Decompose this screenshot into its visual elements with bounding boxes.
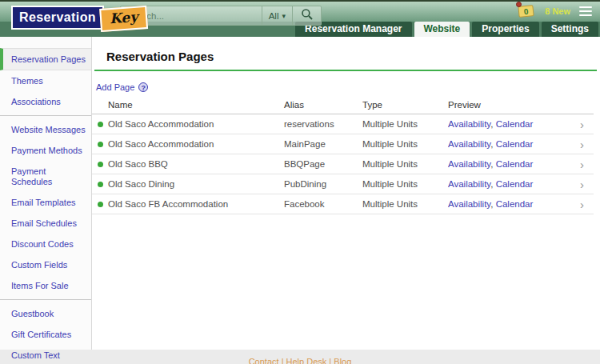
row-name-cell: Old Saco FB Accommodation xyxy=(92,199,284,209)
status-dot-icon xyxy=(98,162,103,167)
help-icon[interactable]: ? xyxy=(138,82,148,92)
sidebar-item-associations[interactable]: Associations xyxy=(0,91,91,112)
sidebar: Reservation PagesThemesAssociationsWebsi… xyxy=(0,37,92,350)
logo-text-key: Key xyxy=(99,6,148,32)
sidebar-item-website-messages[interactable]: Website Messages xyxy=(0,119,91,140)
main-content: Reservation Pages Add Page ? Name Alias … xyxy=(92,37,600,350)
status-dot-icon xyxy=(98,142,103,147)
page-title: Reservation Pages xyxy=(106,50,600,63)
add-page-link[interactable]: Add Page xyxy=(96,82,134,92)
footer-link-contact[interactable]: Contact xyxy=(249,357,279,364)
row-name-cell: Old Saco Dining xyxy=(92,179,284,189)
row-alias: reservations xyxy=(284,119,362,129)
sidebar-item-email-templates[interactable]: Email Templates xyxy=(0,192,91,213)
row-chevron-cell: › xyxy=(570,178,594,190)
footer-link-help-desk[interactable]: Help Desk xyxy=(286,357,327,364)
row-chevron-cell: › xyxy=(570,138,594,150)
sidebar-divider xyxy=(0,115,91,116)
add-page-row: Add Page ? xyxy=(96,82,600,92)
preview-calendar-link[interactable]: Calendar xyxy=(496,199,534,209)
row-type: Multiple Units xyxy=(362,159,448,169)
sidebar-item-email-schedules[interactable]: Email Schedules xyxy=(0,213,91,234)
table-row[interactable]: Old Saco DiningPubDiningMultiple UnitsAv… xyxy=(92,174,594,194)
row-type: Multiple Units xyxy=(362,139,448,149)
menu-icon[interactable] xyxy=(579,4,592,18)
note-count: 0 xyxy=(523,6,529,16)
table-row[interactable]: Old Saco BBQBBQPageMultiple UnitsAvailab… xyxy=(92,154,594,174)
column-header-type: Type xyxy=(362,100,448,110)
body: Reservation PagesThemesAssociationsWebsi… xyxy=(0,37,600,350)
table-row[interactable]: Old Saco AccommodationreservationsMultip… xyxy=(92,114,594,134)
row-name: Old Saco Accommodation xyxy=(108,119,214,129)
search-filter-label: All xyxy=(269,11,279,21)
chevron-down-icon: ▾ xyxy=(282,12,286,20)
row-chevron-cell: › xyxy=(570,118,594,130)
preview-calendar-link[interactable]: Calendar xyxy=(496,139,534,149)
row-alias: MainPage xyxy=(284,139,362,149)
tab-properties[interactable]: Properties xyxy=(472,22,538,37)
row-preview-cell: Availability, Calendar xyxy=(448,119,570,129)
sidebar-item-reservation-pages[interactable]: Reservation Pages xyxy=(0,48,91,70)
sidebar-item-payment-methods[interactable]: Payment Methods xyxy=(0,140,91,161)
preview-calendar-link[interactable]: Calendar xyxy=(496,179,534,189)
tab-settings[interactable]: Settings xyxy=(542,22,598,37)
row-preview-cell: Availability, Calendar xyxy=(448,159,570,169)
preview-availability-link[interactable]: Availability xyxy=(448,179,490,189)
preview-calendar-link[interactable]: Calendar xyxy=(496,119,534,129)
tab-website[interactable]: Website xyxy=(414,22,470,37)
chevron-right-icon[interactable]: › xyxy=(580,158,584,170)
header-right: 0 8 New xyxy=(517,4,592,18)
preview-availability-link[interactable]: Availability xyxy=(448,119,490,129)
sidebar-item-payment-schedules[interactable]: Payment Schedules xyxy=(0,161,91,191)
row-type: Multiple Units xyxy=(362,119,448,129)
app-logo[interactable]: Reservation Key xyxy=(11,6,147,30)
sidebar-divider xyxy=(0,299,91,300)
sticky-note-icon: 0 xyxy=(518,5,534,18)
header: Reservation Key All ▾ 0 xyxy=(0,0,600,22)
row-name: Old Saco BBQ xyxy=(108,159,168,169)
search-button[interactable] xyxy=(292,6,321,25)
table-row[interactable]: Old Saco FB AccommodationFacebookMultipl… xyxy=(92,194,594,214)
status-dot-icon xyxy=(98,202,103,207)
row-chevron-cell: › xyxy=(570,158,594,170)
preview-availability-link[interactable]: Availability xyxy=(448,139,490,149)
table-row[interactable]: Old Saco AccommodationMainPageMultiple U… xyxy=(92,134,594,154)
row-name: Old Saco FB Accommodation xyxy=(108,199,228,209)
status-dot-icon xyxy=(98,122,103,127)
preview-calendar-link[interactable]: Calendar xyxy=(496,159,534,169)
sidebar-item-themes[interactable]: Themes xyxy=(0,70,91,91)
row-name-cell: Old Saco Accommodation xyxy=(92,139,284,149)
pages-table: Name Alias Type Preview Old Saco Accommo… xyxy=(92,95,594,214)
row-name-cell: Old Saco Accommodation xyxy=(92,119,284,129)
chevron-right-icon[interactable]: › xyxy=(580,178,584,190)
preview-availability-link[interactable]: Availability xyxy=(448,199,490,209)
row-alias: Facebook xyxy=(284,199,362,209)
notes-icon[interactable]: 0 xyxy=(517,4,536,18)
row-alias: BBQPage xyxy=(284,159,362,169)
app-window: Reservation Key All ▾ 0 xyxy=(0,0,600,364)
sidebar-item-discount-codes[interactable]: Discount Codes xyxy=(0,234,91,254)
column-header-name: Name xyxy=(92,100,284,110)
row-name: Old Saco Dining xyxy=(108,179,174,189)
sidebar-item-guestbook[interactable]: Guestbook xyxy=(0,303,91,324)
table-header-row: Name Alias Type Preview xyxy=(92,95,594,114)
chevron-right-icon[interactable]: › xyxy=(580,138,584,150)
search-filter-dropdown[interactable]: All ▾ xyxy=(262,6,292,25)
row-name-cell: Old Saco BBQ xyxy=(92,159,284,169)
new-count-badge[interactable]: 8 New xyxy=(545,6,570,16)
column-header-preview: Preview xyxy=(448,100,570,110)
sidebar-item-custom-text[interactable]: Custom Text xyxy=(0,345,91,364)
chevron-right-icon[interactable]: › xyxy=(580,198,584,210)
sidebar-item-items-for-sale[interactable]: Items For Sale xyxy=(0,275,91,296)
sidebar-item-custom-fields[interactable]: Custom Fields xyxy=(0,254,91,275)
logo-text-reservation: Reservation xyxy=(11,6,104,30)
footer-link-blog[interactable]: Blog xyxy=(334,357,351,364)
row-preview-cell: Availability, Calendar xyxy=(448,199,570,209)
preview-availability-link[interactable]: Availability xyxy=(448,159,490,169)
row-preview-cell: Availability, Calendar xyxy=(448,179,570,189)
table-body: Old Saco AccommodationreservationsMultip… xyxy=(92,114,594,214)
sidebar-item-gift-certificates[interactable]: Gift Certificates xyxy=(0,324,91,345)
row-chevron-cell: › xyxy=(570,198,594,210)
row-type: Multiple Units xyxy=(362,199,448,209)
chevron-right-icon[interactable]: › xyxy=(580,118,584,130)
